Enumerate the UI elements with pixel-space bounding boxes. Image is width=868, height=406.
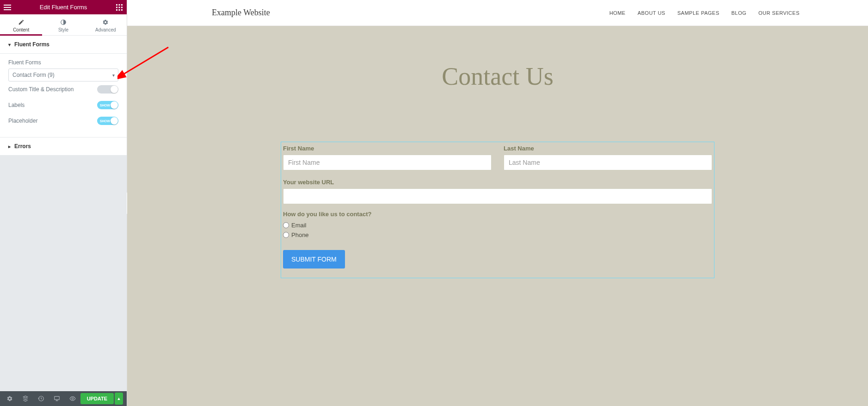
tab-content[interactable]: Content — [0, 14, 42, 35]
editor-tabs: Content Style Advanced — [0, 14, 127, 36]
radio-email-label: Email — [291, 222, 307, 229]
placeholder-toggle[interactable]: SHOW — [97, 117, 118, 125]
site-nav: HOME ABOUT US SAMPLE PAGES BLOG OUR SERV… — [609, 10, 800, 16]
custom-title-toggle[interactable]: NO — [97, 85, 118, 94]
section-fluent-forms[interactable]: ▾ Fluent Forms — [0, 36, 127, 54]
tab-style[interactable]: Style — [42, 14, 84, 35]
site-title: Example Website — [212, 8, 270, 18]
svg-rect-8 — [121, 9, 123, 11]
widgets-icon[interactable] — [116, 4, 123, 11]
svg-rect-7 — [119, 9, 120, 11]
nav-sample-pages[interactable]: SAMPLE PAGES — [677, 10, 720, 16]
labels-label: Labels — [8, 102, 25, 108]
svg-rect-10 — [54, 396, 59, 400]
sidebar-footer: UPDATE ▲ — [0, 391, 127, 406]
svg-rect-6 — [116, 9, 117, 11]
update-button[interactable]: UPDATE — [80, 393, 114, 404]
editor-title: Edit Fluent Forms — [11, 4, 116, 11]
placeholder-label: Placeholder — [8, 118, 37, 124]
nav-blog[interactable]: BLOG — [731, 10, 746, 16]
menu-icon[interactable] — [4, 4, 11, 11]
url-input[interactable] — [283, 188, 712, 204]
radio-phone[interactable] — [283, 232, 289, 238]
site-header: Example Website HOME ABOUT US SAMPLE PAG… — [127, 0, 868, 26]
custom-title-label: Custom Title & Description — [8, 86, 74, 93]
preview-canvas: Example Website HOME ABOUT US SAMPLE PAG… — [127, 0, 868, 406]
nav-home[interactable]: HOME — [609, 10, 626, 16]
nav-our-services[interactable]: OUR SERVICES — [758, 10, 800, 16]
svg-rect-1 — [119, 4, 120, 6]
first-name-label: First Name — [283, 145, 492, 152]
form-widget[interactable]: First Name Last Name Your website URL Ho… — [281, 142, 714, 278]
nav-about-us[interactable]: ABOUT US — [638, 10, 665, 16]
toggle-knob — [111, 117, 118, 125]
responsive-icon[interactable] — [49, 391, 65, 406]
page-heading: Contact Us — [127, 62, 868, 91]
fluent-forms-select[interactable]: Contact Form (9) — [8, 69, 118, 81]
caret-right-icon: ▸ — [8, 144, 11, 149]
section-errors-label: Errors — [14, 143, 31, 150]
svg-rect-3 — [116, 6, 117, 8]
last-name-input[interactable] — [504, 155, 712, 170]
first-name-input[interactable] — [283, 155, 492, 170]
contact-method-label: How do you like us to contact? — [283, 211, 712, 218]
controls-panel: Fluent Forms Contact Form (9) Custom Tit… — [0, 54, 127, 137]
settings-icon[interactable] — [2, 391, 18, 406]
editor-sidebar: Edit Fluent Forms Content Style Advanced… — [0, 0, 127, 406]
navigator-icon[interactable] — [18, 391, 33, 406]
submit-button[interactable]: SUBMIT FORM — [283, 250, 345, 269]
svg-rect-0 — [116, 4, 117, 6]
radio-phone-label: Phone — [291, 231, 309, 238]
sidebar-fill — [0, 156, 127, 391]
svg-rect-4 — [119, 6, 120, 8]
last-name-label: Last Name — [504, 145, 712, 152]
svg-rect-2 — [121, 4, 123, 6]
fluent-forms-label: Fluent Forms — [8, 59, 118, 66]
toggle-knob — [111, 86, 118, 93]
tab-advanced[interactable]: Advanced — [85, 14, 127, 35]
sidebar-header: Edit Fluent Forms — [0, 0, 127, 14]
tab-content-label: Content — [13, 27, 29, 32]
svg-point-11 — [72, 398, 74, 400]
svg-rect-5 — [121, 6, 123, 8]
section-fluent-forms-label: Fluent Forms — [14, 41, 49, 48]
tab-advanced-label: Advanced — [95, 27, 116, 32]
toggle-knob — [111, 101, 118, 109]
caret-down-icon: ▾ — [8, 42, 11, 47]
tab-style-label: Style — [58, 27, 68, 32]
labels-toggle[interactable]: SHOW — [97, 101, 118, 109]
update-options-button[interactable]: ▲ — [115, 393, 123, 405]
section-errors[interactable]: ▸ Errors — [0, 137, 127, 156]
url-label: Your website URL — [283, 179, 712, 186]
history-icon[interactable] — [33, 391, 49, 406]
radio-email[interactable] — [283, 222, 289, 228]
preview-icon[interactable] — [65, 391, 80, 406]
